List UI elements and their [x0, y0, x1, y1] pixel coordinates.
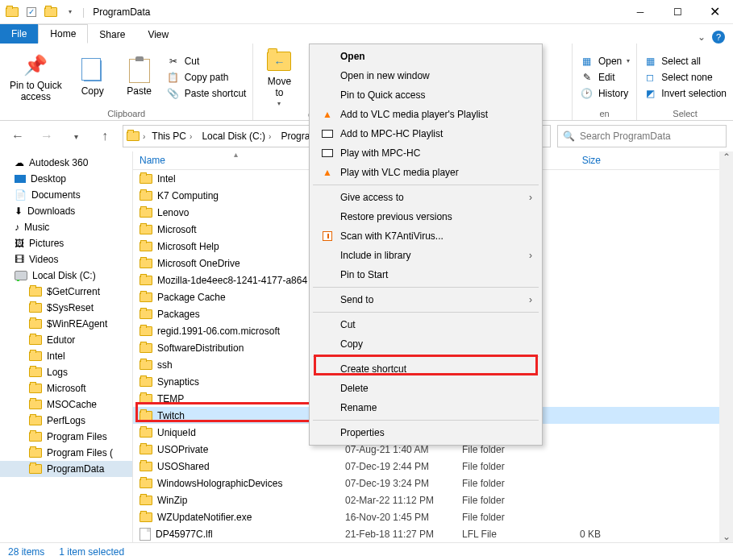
- select-all-button[interactable]: ▦Select all: [643, 55, 727, 68]
- folder-icon: [140, 479, 152, 488]
- folder-icon: [140, 276, 152, 285]
- back-button[interactable]: ←: [6, 125, 29, 147]
- ctx-properties[interactable]: Properties: [311, 423, 540, 442]
- ctx-copy[interactable]: Copy: [311, 334, 540, 354]
- group-label: Clipboard: [6, 107, 246, 118]
- folder-icon: [29, 303, 42, 313]
- ctx-pin-quick[interactable]: Pin to Quick access: [311, 85, 540, 105]
- copy-path-button[interactable]: 📋Copy path: [167, 71, 247, 84]
- qat-checkbox[interactable]: [23, 3, 40, 21]
- ribbon-tabs: File Home Share View ⌄ ?: [0, 24, 733, 44]
- move-to-button[interactable]: Move to ▾: [260, 47, 298, 109]
- tree-item[interactable]: Program Files: [0, 429, 132, 445]
- list-item[interactable]: WindowsHolographicDevices07-Dec-19 3:24 …: [133, 475, 733, 492]
- ctx-give-access[interactable]: Give access to›: [311, 188, 540, 207]
- folder-icon: [140, 292, 152, 302]
- ctx-mpc-play[interactable]: Play with MPC-HC: [311, 143, 540, 163]
- ctx-create-shortcut[interactable]: Create shortcut: [311, 359, 540, 379]
- tree-downloads[interactable]: ⬇Downloads: [0, 203, 132, 219]
- minimize-button[interactable]: ─: [622, 0, 659, 24]
- list-item[interactable]: DP45977C.lfl21-Feb-18 11:27 PMLFL File0 …: [133, 525, 733, 542]
- tree-item[interactable]: Edutor: [0, 332, 132, 348]
- tree-item[interactable]: Program Files (: [0, 445, 132, 461]
- close-button[interactable]: ✕: [696, 0, 733, 24]
- tree-item[interactable]: PerfLogs: [0, 413, 132, 429]
- tab-home[interactable]: Home: [38, 24, 88, 44]
- copy-button[interactable]: Copy: [73, 47, 112, 107]
- open-button[interactable]: ▦Open ▾: [581, 55, 630, 68]
- folder-icon: [3, 3, 21, 21]
- history-button[interactable]: 🕑History: [581, 87, 630, 100]
- qat-overflow[interactable]: ▾: [61, 3, 79, 21]
- list-item[interactable]: WZUpdateNotifier.exe16-Nov-20 1:45 PMFil…: [133, 508, 733, 525]
- tree-item[interactable]: $WinREAgent: [0, 316, 132, 332]
- pin-quick-access-button[interactable]: 📌 Pin to Quick access: [6, 47, 65, 107]
- list-item[interactable]: USOShared07-Dec-19 2:44 PMFile folder: [133, 458, 733, 475]
- folder-icon: [140, 309, 152, 319]
- k7-icon: [318, 231, 337, 241]
- folder-icon: [140, 445, 152, 454]
- tree-pictures[interactable]: 🖼Pictures: [0, 235, 132, 251]
- ctx-include-library[interactable]: Include in library›: [311, 246, 540, 265]
- tree-item[interactable]: Intel: [0, 348, 132, 364]
- folder-icon: [29, 319, 42, 329]
- scrollbar[interactable]: ⌃ ⌄: [719, 151, 733, 542]
- col-name[interactable]: ▴Name: [133, 151, 339, 169]
- ctx-pin-start[interactable]: Pin to Start: [311, 265, 540, 284]
- ctx-cut[interactable]: Cut: [311, 315, 540, 334]
- tree-music[interactable]: ♪Music: [0, 219, 132, 235]
- maximize-button[interactable]: ☐: [659, 0, 696, 24]
- ctx-k7-scan[interactable]: Scan with K7AntiVirus...: [311, 226, 540, 246]
- documents-icon: 📄: [15, 189, 27, 201]
- ctx-open[interactable]: Open: [311, 47, 540, 66]
- breadcrumb-thispc[interactable]: This PC ›: [148, 131, 195, 142]
- ctx-vlc-play[interactable]: ▲Play with VLC media player: [311, 163, 540, 182]
- paste-button[interactable]: Paste: [120, 47, 159, 107]
- cut-button[interactable]: ✂Cut: [167, 55, 247, 68]
- search-input[interactable]: 🔍 Search ProgramData: [557, 125, 727, 147]
- tree-desktop[interactable]: Desktop: [0, 171, 132, 187]
- tree-autodesk[interactable]: ☁Autodesk 360: [0, 155, 132, 171]
- tree-videos[interactable]: 🎞Videos: [0, 251, 132, 268]
- help-icon[interactable]: ?: [712, 31, 725, 44]
- ctx-open-new-window[interactable]: Open in new window: [311, 66, 540, 85]
- tab-file[interactable]: File: [0, 24, 38, 44]
- tree-localdisk[interactable]: Local Disk (C:): [0, 268, 132, 284]
- folder-icon: [140, 428, 152, 438]
- ctx-mpc-playlist[interactable]: Add to MPC-HC Playlist: [311, 124, 540, 143]
- select-none-button[interactable]: ◻Select none: [643, 71, 727, 84]
- shortcut-icon: 📎: [167, 87, 180, 100]
- pictures-icon: 🖼: [15, 238, 24, 249]
- col-size[interactable]: Size: [552, 151, 617, 169]
- tab-share[interactable]: Share: [88, 26, 136, 44]
- tree-item[interactable]: MSOCache: [0, 396, 132, 413]
- tab-view[interactable]: View: [136, 26, 180, 44]
- ctx-send-to[interactable]: Send to›: [311, 290, 540, 309]
- tree-item[interactable]: $SysReset: [0, 300, 132, 316]
- nav-tree[interactable]: ☁Autodesk 360 Desktop 📄Documents ⬇Downlo…: [0, 151, 133, 542]
- mpc-icon: [318, 130, 337, 138]
- folder-icon: [29, 432, 42, 442]
- edit-button[interactable]: ✎Edit: [581, 71, 630, 84]
- tree-item[interactable]: ProgramData: [0, 461, 132, 477]
- tree-item[interactable]: Microsoft: [0, 380, 132, 396]
- up-button[interactable]: ↑: [94, 125, 116, 147]
- ribbon-collapse-icon[interactable]: ⌄: [698, 31, 706, 43]
- invert-selection-button[interactable]: ◩Invert selection: [643, 87, 727, 100]
- copy-icon: [84, 60, 102, 81]
- breadcrumb-localdisk[interactable]: Local Disk (C:) ›: [198, 131, 274, 142]
- paste-shortcut-button[interactable]: 📎Paste shortcut: [167, 87, 247, 100]
- ctx-rename[interactable]: Rename: [311, 398, 540, 417]
- pin-icon: 📌: [23, 54, 48, 77]
- recent-locations-button[interactable]: ▾: [65, 125, 87, 147]
- tree-documents[interactable]: 📄Documents: [0, 187, 132, 203]
- folder-icon: [127, 131, 140, 141]
- forward-button[interactable]: →: [35, 125, 58, 147]
- ctx-restore[interactable]: Restore previous versions: [311, 207, 540, 226]
- tree-item[interactable]: Logs: [0, 364, 132, 380]
- file-icon: [140, 528, 151, 541]
- ctx-delete[interactable]: Delete: [311, 379, 540, 398]
- ctx-vlc-playlist[interactable]: ▲Add to VLC media player's Playlist: [311, 105, 540, 124]
- list-item[interactable]: WinZip02-Mar-22 11:12 PMFile folder: [133, 492, 733, 508]
- tree-item[interactable]: $GetCurrent: [0, 284, 132, 300]
